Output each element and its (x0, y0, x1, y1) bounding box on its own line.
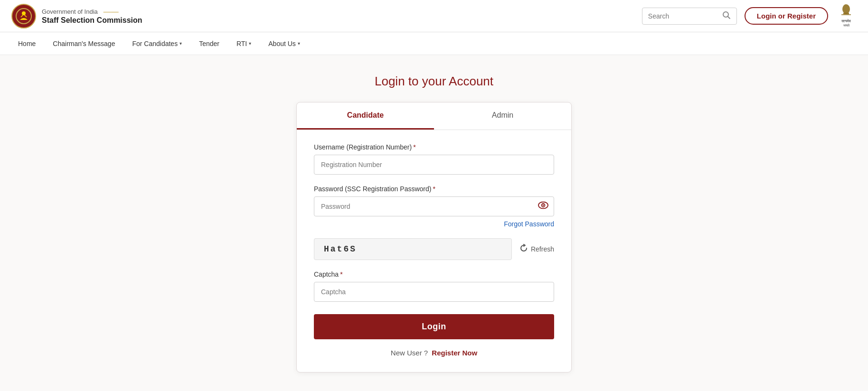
svg-line-3 (727, 16, 730, 19)
tab-candidate[interactable]: Candidate (297, 102, 434, 130)
rti-dropdown-arrow: ▾ (249, 41, 251, 46)
svg-point-11 (543, 205, 544, 206)
login-button[interactable]: Login (314, 314, 554, 339)
login-form: Username (Registration Number)* Password… (297, 130, 571, 357)
password-label: Password (SSC Registration Password)* (314, 185, 554, 193)
header-title-block: Government of India —— Staff Selection C… (42, 8, 142, 25)
svg-point-4 (842, 4, 850, 14)
nav-item-about-us[interactable]: About Us ▾ (262, 34, 307, 53)
main-content: Login to your Account Candidate Admin Us… (0, 55, 868, 391)
svg-rect-6 (841, 14, 851, 15)
nav-item-tender[interactable]: Tender (192, 34, 226, 53)
captcha-label: Captcha* (314, 270, 554, 278)
username-label: Username (Registration Number)* (314, 143, 554, 151)
password-wrapper (314, 196, 554, 216)
username-input[interactable] (314, 155, 554, 175)
nav-item-chairmans-message[interactable]: Chairman's Message (46, 34, 122, 53)
nav-item-rti[interactable]: RTI ▾ (230, 34, 258, 53)
password-input[interactable] (314, 196, 554, 216)
login-register-button[interactable]: Login or Register (745, 7, 828, 25)
register-row: New User ? Register Now (314, 349, 554, 357)
captcha-group: Captcha* (314, 270, 554, 302)
password-required: * (433, 185, 435, 193)
header-divider: —— (104, 8, 119, 16)
toggle-password-button[interactable] (538, 202, 548, 212)
username-required: * (413, 143, 415, 151)
password-group: Password (SSC Registration Password)* Fo… (314, 185, 554, 228)
login-tabs: Candidate Admin (297, 102, 571, 130)
search-icon (722, 11, 731, 21)
nav-item-for-candidates[interactable]: For Candidates ▾ (125, 34, 189, 53)
page-title: Login to your Account (375, 74, 493, 89)
org-name: Staff Selection Commission (42, 16, 142, 25)
for-candidates-dropdown-arrow: ▾ (179, 41, 182, 46)
refresh-icon (519, 244, 528, 254)
captcha-required: * (340, 270, 342, 278)
site-header: Government of India —— Staff Selection C… (0, 0, 868, 32)
refresh-label: Refresh (531, 245, 554, 253)
search-box[interactable] (642, 8, 737, 25)
search-input[interactable] (648, 12, 718, 20)
new-user-text: New User ? (391, 349, 428, 357)
svg-rect-5 (843, 13, 849, 14)
captcha-display-row: Hat6S Refresh (314, 238, 554, 260)
refresh-captcha-button[interactable]: Refresh (519, 244, 554, 254)
national-emblem: सत्यमेव जयते (836, 4, 857, 28)
logo-area: Government of India —— Staff Selection C… (11, 4, 142, 28)
tab-admin[interactable]: Admin (434, 102, 571, 130)
nav-item-home[interactable]: Home (11, 34, 42, 53)
captcha-input[interactable] (314, 282, 554, 302)
svg-point-0 (16, 9, 31, 24)
ssc-logo (11, 4, 36, 28)
register-now-link[interactable]: Register Now (432, 349, 477, 357)
forgot-password-row: Forgot Password (314, 220, 554, 228)
forgot-password-link[interactable]: Forgot Password (504, 220, 554, 228)
header-actions: Login or Register सत्यमेव जयते (642, 4, 857, 28)
about-us-dropdown-arrow: ▾ (298, 41, 300, 46)
captcha-image: Hat6S (314, 238, 512, 260)
main-navbar: Home Chairman's Message For Candidates ▾… (0, 32, 868, 55)
svg-text:सत्यमेव: सत्यमेव (841, 19, 851, 23)
login-card: Candidate Admin Username (Registration N… (296, 102, 572, 372)
govt-label: Government of India (42, 8, 98, 15)
svg-text:जयते: जयते (843, 23, 850, 28)
username-group: Username (Registration Number)* (314, 143, 554, 175)
